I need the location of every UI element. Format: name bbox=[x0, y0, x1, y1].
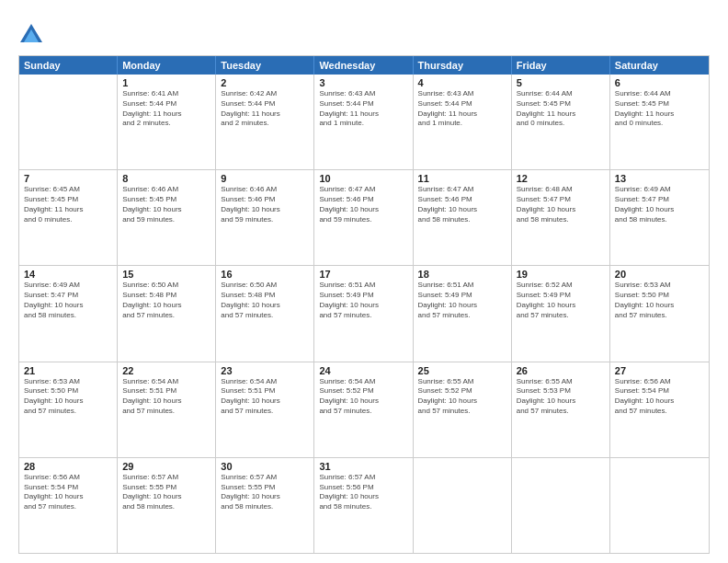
calendar-cell: 31Sunrise: 6:57 AM Sunset: 5:56 PM Dayli… bbox=[314, 458, 413, 553]
calendar-cell: 15Sunrise: 6:50 AM Sunset: 5:48 PM Dayli… bbox=[118, 266, 216, 361]
day-info: Sunrise: 6:43 AM Sunset: 5:44 PM Dayligh… bbox=[418, 89, 506, 129]
day-info: Sunrise: 6:57 AM Sunset: 5:55 PM Dayligh… bbox=[221, 473, 309, 512]
calendar-cell: 3Sunrise: 6:43 AM Sunset: 5:44 PM Daylig… bbox=[314, 75, 413, 169]
day-info: Sunrise: 6:55 AM Sunset: 5:52 PM Dayligh… bbox=[418, 377, 506, 417]
calendar-cell: 7Sunrise: 6:45 AM Sunset: 5:45 PM Daylig… bbox=[19, 170, 118, 265]
day-info: Sunrise: 6:46 AM Sunset: 5:46 PM Dayligh… bbox=[221, 185, 309, 224]
calendar-cell: 22Sunrise: 6:54 AM Sunset: 5:51 PM Dayli… bbox=[118, 362, 216, 457]
day-number: 21 bbox=[24, 365, 112, 376]
day-number: 3 bbox=[319, 77, 407, 88]
day-info: Sunrise: 6:47 AM Sunset: 5:46 PM Dayligh… bbox=[418, 185, 506, 224]
day-info: Sunrise: 6:52 AM Sunset: 5:49 PM Dayligh… bbox=[517, 281, 605, 320]
day-number: 14 bbox=[24, 269, 112, 280]
day-info: Sunrise: 6:50 AM Sunset: 5:48 PM Dayligh… bbox=[221, 281, 309, 320]
calendar-cell bbox=[414, 458, 512, 553]
calendar-cell: 23Sunrise: 6:54 AM Sunset: 5:51 PM Dayli… bbox=[216, 362, 314, 457]
calendar-row: 7Sunrise: 6:45 AM Sunset: 5:45 PM Daylig… bbox=[19, 170, 709, 266]
calendar-cell: 16Sunrise: 6:50 AM Sunset: 5:48 PM Dayli… bbox=[216, 266, 314, 361]
calendar-cell: 12Sunrise: 6:48 AM Sunset: 5:47 PM Dayli… bbox=[512, 170, 610, 265]
calendar-cell: 1Sunrise: 6:41 AM Sunset: 5:44 PM Daylig… bbox=[118, 75, 216, 169]
calendar-header-cell: Sunday bbox=[19, 56, 118, 75]
day-info: Sunrise: 6:54 AM Sunset: 5:51 PM Dayligh… bbox=[122, 377, 210, 417]
day-info: Sunrise: 6:47 AM Sunset: 5:46 PM Dayligh… bbox=[319, 185, 407, 224]
day-info: Sunrise: 6:45 AM Sunset: 5:45 PM Dayligh… bbox=[24, 185, 112, 224]
day-number: 12 bbox=[517, 173, 605, 184]
calendar-row: 1Sunrise: 6:41 AM Sunset: 5:44 PM Daylig… bbox=[19, 75, 709, 170]
day-number: 25 bbox=[418, 365, 506, 376]
day-number: 4 bbox=[418, 77, 506, 88]
day-info: Sunrise: 6:56 AM Sunset: 5:54 PM Dayligh… bbox=[615, 377, 704, 417]
logo-icon bbox=[18, 20, 44, 46]
day-number: 31 bbox=[319, 461, 407, 472]
calendar-cell: 26Sunrise: 6:55 AM Sunset: 5:53 PM Dayli… bbox=[512, 362, 610, 457]
calendar-cell bbox=[610, 458, 709, 553]
day-info: Sunrise: 6:46 AM Sunset: 5:45 PM Dayligh… bbox=[122, 185, 210, 224]
day-number: 30 bbox=[221, 461, 309, 472]
calendar-cell: 13Sunrise: 6:49 AM Sunset: 5:47 PM Dayli… bbox=[610, 170, 709, 265]
calendar-cell: 27Sunrise: 6:56 AM Sunset: 5:54 PM Dayli… bbox=[610, 362, 709, 457]
day-number: 2 bbox=[221, 77, 309, 88]
calendar-header-cell: Thursday bbox=[414, 56, 512, 75]
day-number: 22 bbox=[122, 365, 210, 376]
calendar-header-cell: Saturday bbox=[610, 56, 709, 75]
day-number: 7 bbox=[24, 173, 112, 184]
calendar-cell: 25Sunrise: 6:55 AM Sunset: 5:52 PM Dayli… bbox=[414, 362, 512, 457]
calendar-cell: 20Sunrise: 6:53 AM Sunset: 5:50 PM Dayli… bbox=[610, 266, 709, 361]
page: SundayMondayTuesdayWednesdayThursdayFrid… bbox=[0, 0, 728, 563]
day-info: Sunrise: 6:42 AM Sunset: 5:44 PM Dayligh… bbox=[221, 89, 309, 129]
calendar-cell: 14Sunrise: 6:49 AM Sunset: 5:47 PM Dayli… bbox=[19, 266, 118, 361]
calendar-row: 21Sunrise: 6:53 AM Sunset: 5:50 PM Dayli… bbox=[19, 362, 709, 458]
day-number: 15 bbox=[122, 269, 210, 280]
day-info: Sunrise: 6:49 AM Sunset: 5:47 PM Dayligh… bbox=[615, 185, 704, 224]
calendar-header: SundayMondayTuesdayWednesdayThursdayFrid… bbox=[19, 56, 709, 75]
calendar-cell: 8Sunrise: 6:46 AM Sunset: 5:45 PM Daylig… bbox=[118, 170, 216, 265]
day-number: 9 bbox=[221, 173, 309, 184]
day-info: Sunrise: 6:51 AM Sunset: 5:49 PM Dayligh… bbox=[418, 281, 506, 320]
day-number: 28 bbox=[24, 461, 112, 472]
day-info: Sunrise: 6:43 AM Sunset: 5:44 PM Dayligh… bbox=[319, 89, 407, 129]
day-info: Sunrise: 6:55 AM Sunset: 5:53 PM Dayligh… bbox=[517, 377, 605, 417]
day-info: Sunrise: 6:57 AM Sunset: 5:56 PM Dayligh… bbox=[319, 473, 407, 512]
day-info: Sunrise: 6:53 AM Sunset: 5:50 PM Dayligh… bbox=[615, 281, 704, 320]
day-number: 17 bbox=[319, 269, 407, 280]
calendar-body: 1Sunrise: 6:41 AM Sunset: 5:44 PM Daylig… bbox=[19, 75, 709, 553]
day-number: 26 bbox=[517, 365, 605, 376]
day-number: 16 bbox=[221, 269, 309, 280]
day-info: Sunrise: 6:44 AM Sunset: 5:45 PM Dayligh… bbox=[517, 89, 605, 129]
day-info: Sunrise: 6:41 AM Sunset: 5:44 PM Dayligh… bbox=[122, 89, 210, 129]
day-info: Sunrise: 6:49 AM Sunset: 5:47 PM Dayligh… bbox=[24, 281, 112, 320]
day-number: 18 bbox=[418, 269, 506, 280]
calendar-cell: 30Sunrise: 6:57 AM Sunset: 5:55 PM Dayli… bbox=[216, 458, 314, 553]
calendar-cell bbox=[19, 75, 118, 169]
day-info: Sunrise: 6:54 AM Sunset: 5:51 PM Dayligh… bbox=[221, 377, 309, 417]
calendar: SundayMondayTuesdayWednesdayThursdayFrid… bbox=[18, 55, 710, 554]
day-number: 27 bbox=[615, 365, 704, 376]
calendar-header-cell: Friday bbox=[512, 56, 610, 75]
calendar-cell: 4Sunrise: 6:43 AM Sunset: 5:44 PM Daylig… bbox=[414, 75, 512, 169]
calendar-header-cell: Wednesday bbox=[314, 56, 413, 75]
calendar-cell: 17Sunrise: 6:51 AM Sunset: 5:49 PM Dayli… bbox=[314, 266, 413, 361]
day-number: 8 bbox=[122, 173, 210, 184]
day-info: Sunrise: 6:57 AM Sunset: 5:55 PM Dayligh… bbox=[122, 473, 210, 512]
calendar-cell: 28Sunrise: 6:56 AM Sunset: 5:54 PM Dayli… bbox=[19, 458, 118, 553]
day-number: 10 bbox=[319, 173, 407, 184]
calendar-cell: 11Sunrise: 6:47 AM Sunset: 5:46 PM Dayli… bbox=[414, 170, 512, 265]
calendar-cell: 5Sunrise: 6:44 AM Sunset: 5:45 PM Daylig… bbox=[512, 75, 610, 169]
day-number: 5 bbox=[517, 77, 605, 88]
day-info: Sunrise: 6:44 AM Sunset: 5:45 PM Dayligh… bbox=[615, 89, 704, 129]
calendar-cell: 2Sunrise: 6:42 AM Sunset: 5:44 PM Daylig… bbox=[216, 75, 314, 169]
header bbox=[18, 17, 710, 46]
calendar-header-cell: Monday bbox=[118, 56, 216, 75]
calendar-header-cell: Tuesday bbox=[216, 56, 314, 75]
day-number: 6 bbox=[615, 77, 704, 88]
day-number: 11 bbox=[418, 173, 506, 184]
day-number: 13 bbox=[615, 173, 704, 184]
day-info: Sunrise: 6:54 AM Sunset: 5:52 PM Dayligh… bbox=[319, 377, 407, 417]
day-number: 24 bbox=[319, 365, 407, 376]
day-number: 23 bbox=[221, 365, 309, 376]
day-number: 29 bbox=[122, 461, 210, 472]
calendar-cell bbox=[512, 458, 610, 553]
day-info: Sunrise: 6:50 AM Sunset: 5:48 PM Dayligh… bbox=[122, 281, 210, 320]
calendar-cell: 6Sunrise: 6:44 AM Sunset: 5:45 PM Daylig… bbox=[610, 75, 709, 169]
day-info: Sunrise: 6:51 AM Sunset: 5:49 PM Dayligh… bbox=[319, 281, 407, 320]
